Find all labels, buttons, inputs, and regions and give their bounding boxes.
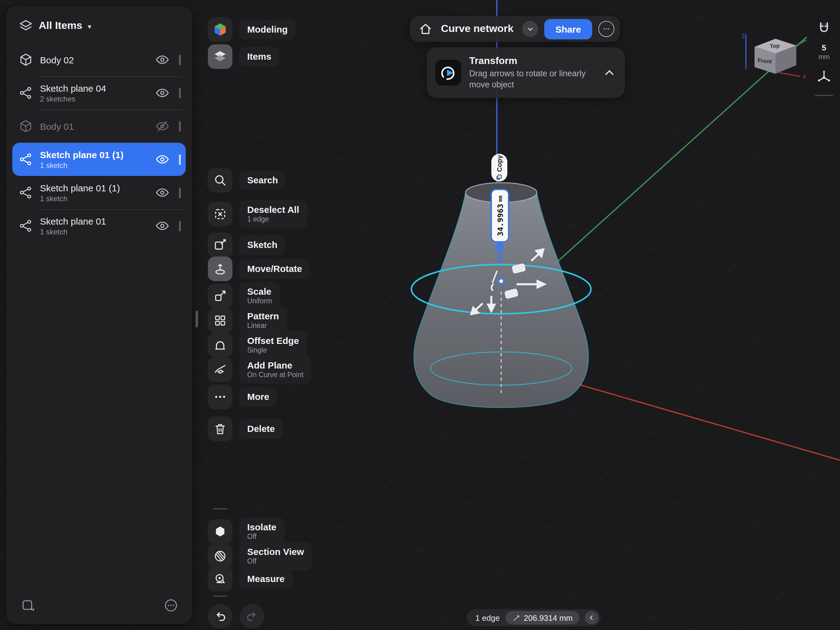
sidebar-item-sketch-plane-01-1-a[interactable]: Sketch plane 01 (1) 1 sketch [12,143,186,176]
sketch-icon [19,152,33,167]
redo-button[interactable] [240,604,264,629]
tool-label: Sketch [247,239,277,250]
undo-button[interactable] [208,604,232,629]
tool-label: Move/Rotate [247,263,302,274]
copy-icon [496,174,503,180]
item-sublabel: 1 sketch [40,227,148,236]
tool-sketch[interactable]: Sketch [208,233,285,257]
sidebar-item-sketch-plane-04[interactable]: Sketch plane 04 2 sketches [12,76,186,109]
visibility-eye-icon[interactable] [155,218,170,233]
document-menu-chevron[interactable] [522,21,538,37]
dimension-value: 34.9963 [495,204,505,236]
grid-snap-value[interactable]: 5 [822,43,826,52]
visibility-eye-icon[interactable] [155,152,170,167]
selection-measurement-chip[interactable]: 206.9314 mm [505,611,579,624]
rail-divider [213,508,227,510]
tool-delete[interactable]: Delete [208,416,283,441]
tool-section-view[interactable]: Section ViewOff [208,542,312,570]
tool-label: Add Plane [247,360,292,370]
nav-items[interactable]: Items [208,44,279,69]
sketch-tool-icon [208,233,232,257]
hint-title: Transform [469,55,595,66]
item-label: Sketch plane 01 (1) [40,182,148,193]
tool-sublabel: Off [247,557,304,566]
status-expand-button[interactable] [585,611,598,624]
compose-icon[interactable] [21,598,36,613]
item-drag-bar[interactable] [179,220,181,231]
view-cube[interactable]: Z Top Front X [740,31,812,84]
magnet-snap-icon[interactable] [816,21,832,37]
item-drag-bar[interactable] [179,54,181,65]
nav-items-label: Items [247,51,271,62]
item-label: Sketch plane 01 [40,216,148,226]
tool-search[interactable]: Search [208,168,286,193]
tool-sublabel: 1 edge [247,215,299,224]
tool-label: Search [247,175,278,185]
viewcube-z-label: Z [742,33,745,40]
gizmo-center-dot[interactable] [499,279,503,283]
history-controls [208,604,264,629]
search-icon [208,168,232,193]
sketch-icon [19,85,33,100]
tool-isolate[interactable]: IsolateOff [208,518,284,546]
visibility-eye-icon[interactable] [155,185,170,200]
home-icon[interactable] [419,22,432,36]
transform-hint-card[interactable]: Transform Drag arrows to rotate or linea… [427,47,625,98]
right-column-divider [815,95,833,96]
share-button[interactable]: Share [544,19,592,39]
item-drag-bar[interactable] [179,88,181,98]
selection-count: 1 edge [475,613,500,622]
nav-modeling[interactable]: Modeling [208,17,296,42]
viewcube-x-label: X [802,74,806,80]
item-drag-bar[interactable] [179,121,181,131]
tool-label: Pattern [247,311,279,321]
tool-label: Deselect All [247,204,299,215]
sketch-icon [19,185,33,200]
sidebar-item-body-02[interactable]: Body 02 [12,43,186,76]
transform-badge-icon [435,60,461,85]
rail-divider [213,595,227,597]
tool-more[interactable]: More [208,385,277,409]
add-plane-icon [208,358,232,382]
copy-measurement-button[interactable]: Copy [491,154,507,182]
visibility-eye-icon[interactable] [155,85,170,100]
sidebar-item-sketch-plane-01[interactable]: Sketch plane 01 1 sketch [12,209,186,242]
tool-move-rotate[interactable]: Move/Rotate [208,256,310,281]
more-circle-icon[interactable] [164,598,178,613]
item-label: Sketch plane 01 (1) [40,149,148,160]
item-label: Sketch plane 04 [40,83,148,93]
tool-deselect-all[interactable]: Deselect All1 edge [208,200,307,228]
copy-label: Copy [496,155,503,172]
tool-offset-edge[interactable]: Offset EdgeSingle [208,331,307,359]
items-panel-footer [6,598,192,624]
more-dots-icon [208,385,232,409]
item-drag-bar[interactable] [179,187,181,198]
isolate-icon [208,519,232,544]
tool-label: Section View [247,546,304,557]
sidebar-item-sketch-plane-01-1-b[interactable]: Sketch plane 01 (1) 1 sketch [12,176,186,209]
app-window: All Items ▾ Body 02 Sketch plane 04 2 sk… [0,0,840,630]
item-drag-bar[interactable] [179,154,181,165]
document-header-bar: Curve network Share [410,16,620,42]
tool-measure[interactable]: Measure [208,567,293,591]
sidebar-item-body-01[interactable]: Body 01 [12,109,186,143]
tool-scale[interactable]: ScaleUniform [208,282,280,310]
visibility-eye-off-icon[interactable] [155,119,170,133]
dimension-unit: mm [497,195,503,202]
visibility-eye-icon[interactable] [155,52,170,67]
items-panel-header[interactable]: All Items ▾ [6,6,192,41]
viewcube-y-axis [796,40,806,46]
orientation-axes-icon[interactable] [816,69,832,85]
dimension-input-field[interactable]: 34.9963 mm [491,189,509,242]
tool-label: Scale [247,286,271,296]
items-filter-label: All Items [39,20,82,32]
tool-add-plane[interactable]: Add PlaneOn Curve at Point [208,356,311,384]
header-more-button[interactable] [598,21,614,37]
sidebar-resize-handle[interactable] [196,311,198,327]
chevron-up-icon[interactable] [603,66,616,79]
body-icon [19,52,33,67]
pattern-icon [208,308,232,333]
tool-pattern[interactable]: PatternLinear [208,306,287,335]
items-layers-icon [208,44,232,69]
measure-icon [208,567,232,591]
